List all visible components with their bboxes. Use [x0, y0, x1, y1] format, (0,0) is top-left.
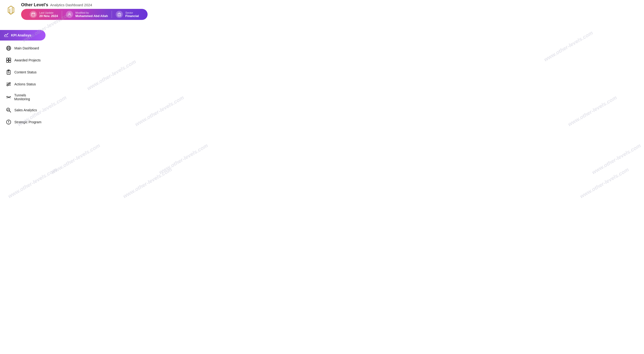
actions-status-label: Actions Status: [14, 82, 36, 86]
building-icon: [116, 11, 123, 18]
sidebar: KPI Analisys Main Dashboard Awarded Proj…: [0, 28, 48, 131]
svg-point-39: [8, 122, 9, 123]
sidebar-item-tunnels-monitoring[interactable]: Tunnels Monitoring: [2, 90, 46, 104]
strategic-program-label: Strategic Program: [14, 120, 42, 124]
watermark-11: www.other-levels.com: [122, 166, 173, 200]
logo: [5, 5, 17, 18]
watermark-12: www.other-levels.com: [579, 166, 630, 200]
info-modified-by: Modified by Mohammed Abd Allah: [62, 11, 112, 18]
svg-line-35: [9, 111, 11, 112]
header-title-row: Other Level's Analytics Dashboard 2024: [21, 3, 148, 8]
sales-analytics-label: Sales Analytics: [14, 108, 37, 112]
main-dashboard-label: Main Dashboard: [14, 46, 39, 50]
watermark-3: www.other-levels.com: [543, 30, 594, 63]
sidebar-item-awarded-projects[interactable]: Awarded Projects: [2, 54, 46, 66]
activity-icon: [6, 94, 12, 100]
watermark-6: www.other-levels.com: [567, 94, 618, 128]
watermark-10: www.other-levels.com: [7, 166, 58, 200]
svg-rect-16: [6, 58, 8, 60]
grid-icon: [6, 57, 12, 63]
watermark-5: www.other-levels.com: [134, 94, 185, 128]
last-update-label: Last Update: [39, 11, 58, 14]
watermark-8: www.other-levels.com: [158, 142, 209, 175]
svg-rect-19: [9, 60, 11, 62]
sector-text: Sector Financial: [125, 11, 139, 18]
app-subtitle: Analytics Dashboard 2024: [50, 3, 92, 7]
svg-point-25: [7, 85, 8, 86]
tunnels-monitoring-label: Tunnels Monitoring: [14, 93, 42, 101]
chart-line-icon: [4, 32, 8, 38]
info-bar: Last Update 20 Nov. 2024 Modified by Moh…: [21, 9, 148, 20]
sidebar-item-sales-analytics[interactable]: Sales Analytics: [2, 104, 46, 116]
watermark-7: www.other-levels.com: [50, 142, 101, 175]
info-sector: Sector Financial: [112, 11, 142, 18]
sector-label: Sector: [125, 11, 139, 14]
svg-rect-5: [118, 14, 121, 16]
sidebar-item-actions-status[interactable]: Actions Status: [2, 78, 46, 90]
info-last-update: Last Update 20 Nov. 2024: [26, 11, 62, 18]
search-chart-icon: [6, 107, 12, 113]
content-status-label: Content Status: [14, 70, 37, 74]
sidebar-item-kpi[interactable]: KPI Analisys: [0, 30, 46, 41]
modified-by-value: Mohammed Abd Allah: [76, 14, 108, 18]
svg-rect-9: [120, 15, 120, 16]
modified-by-text: Modified by Mohammed Abd Allah: [76, 11, 108, 18]
globe-icon: [6, 45, 12, 51]
settings-icon: [6, 81, 12, 87]
svg-point-26: [8, 84, 9, 85]
header-text-block: Other Level's Analytics Dashboard 2024 L…: [21, 3, 148, 20]
last-update-value: 20 Nov. 2024: [39, 14, 58, 18]
svg-point-4: [69, 13, 70, 14]
sidebar-item-main-dashboard[interactable]: Main Dashboard: [2, 43, 46, 54]
app-header: Other Level's Analytics Dashboard 2024 L…: [0, 0, 644, 22]
svg-rect-17: [9, 58, 11, 60]
compass-icon: [6, 119, 12, 125]
modified-by-label: Modified by: [76, 11, 108, 14]
sector-value: Financial: [125, 14, 139, 18]
clipboard-icon: [6, 69, 12, 75]
svg-rect-6: [118, 14, 119, 15]
calendar-icon: [30, 11, 37, 18]
sidebar-item-content-status[interactable]: Content Status: [2, 66, 46, 78]
watermark-9: www.other-levels.com: [591, 142, 642, 175]
awarded-projects-label: Awarded Projects: [14, 58, 40, 62]
watermark-2: www.other-levels.com: [86, 59, 137, 92]
svg-rect-0: [32, 13, 35, 16]
sidebar-item-strategic-program[interactable]: Strategic Program: [2, 116, 46, 128]
kpi-label: KPI Analisys: [11, 33, 31, 37]
svg-point-27: [9, 83, 10, 84]
svg-rect-8: [118, 15, 119, 16]
brand-name: Other Level's: [21, 3, 48, 8]
person-icon: [66, 11, 73, 18]
svg-rect-7: [120, 14, 120, 15]
last-update-text: Last Update 20 Nov. 2024: [39, 11, 58, 18]
svg-rect-18: [6, 60, 8, 62]
